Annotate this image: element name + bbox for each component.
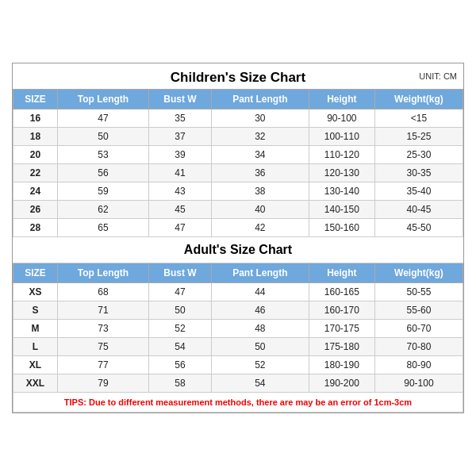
children-table-row: 18503732100-11015-25: [13, 128, 463, 146]
chart-container: Children's Size Chart UNIT: CM SIZETop L…: [12, 63, 464, 413]
adult-table-cell: M: [13, 320, 58, 338]
adult-table-cell: 44: [211, 283, 309, 301]
children-table-cell: 28: [13, 219, 58, 237]
children-table-cell: 150-160: [309, 219, 374, 237]
children-table-cell: 42: [211, 219, 309, 237]
children-table-cell: 35-40: [374, 182, 463, 201]
adult-table-row: L755450175-18070-80: [13, 338, 463, 356]
children-table-cell: 41: [149, 164, 212, 182]
children-table-cell: 32: [211, 128, 309, 146]
children-table-cell: 40-45: [374, 201, 463, 219]
children-table-cell: 25-30: [374, 146, 463, 164]
children-col-header: Weight(kg): [374, 90, 463, 109]
children-body: 1647353090-100<1518503732100-11015-25205…: [13, 109, 463, 237]
adult-table-cell: 46: [211, 301, 309, 320]
adult-table-cell: XL: [13, 356, 58, 374]
children-table: SIZETop LengthBust WPant LengthHeightWei…: [13, 89, 463, 413]
adult-table-cell: 79: [57, 374, 148, 393]
children-table-cell: 110-120: [309, 146, 374, 164]
adult-table-cell: 180-190: [309, 356, 374, 374]
children-table-row: 24594338130-14035-40: [13, 182, 463, 201]
adult-table-cell: 54: [149, 338, 212, 356]
children-table-cell: 59: [57, 182, 148, 201]
adult-table-cell: 52: [149, 320, 212, 338]
children-col-header: Bust W: [149, 90, 212, 109]
adult-table-cell: 80-90: [374, 356, 463, 374]
adult-table-cell: 73: [57, 320, 148, 338]
adult-header-row: SIZETop LengthBust WPant LengthHeightWei…: [13, 263, 463, 283]
adult-table-cell: 160-170: [309, 301, 374, 320]
adult-col-header: Bust W: [149, 263, 212, 283]
adult-table-row: XL775652180-19080-90: [13, 356, 463, 374]
adult-table-cell: XS: [13, 283, 58, 301]
children-table-row: 26624540140-15040-45: [13, 201, 463, 219]
adult-table-cell: 68: [57, 283, 148, 301]
children-table-cell: 26: [13, 201, 58, 219]
children-table-cell: 34: [211, 146, 309, 164]
children-table-cell: 43: [149, 182, 212, 201]
adult-col-header: SIZE: [13, 263, 58, 283]
tips-text: TIPS: Due to different measurement metho…: [13, 393, 463, 413]
adult-table-row: XXL795854190-20090-100: [13, 374, 463, 393]
children-table-cell: 47: [57, 109, 148, 128]
children-table-cell: 16: [13, 109, 58, 128]
children-table-cell: 39: [149, 146, 212, 164]
children-table-cell: 140-150: [309, 201, 374, 219]
adult-table-cell: XXL: [13, 374, 58, 393]
children-table-cell: 30: [211, 109, 309, 128]
main-title: Children's Size Chart UNIT: CM: [13, 63, 463, 89]
adult-table-cell: 50: [149, 301, 212, 320]
children-table-row: 1647353090-100<15: [13, 109, 463, 128]
children-col-header: SIZE: [13, 90, 58, 109]
children-table-cell: 20: [13, 146, 58, 164]
children-table-cell: 56: [57, 164, 148, 182]
adult-table-cell: 58: [149, 374, 212, 393]
adult-body: XS684744160-16550-55S715046160-17055-60M…: [13, 283, 463, 393]
adult-table-row: XS684744160-16550-55: [13, 283, 463, 301]
adult-table-cell: 175-180: [309, 338, 374, 356]
children-table-cell: 36: [211, 164, 309, 182]
children-table-cell: 38: [211, 182, 309, 201]
children-table-cell: 100-110: [309, 128, 374, 146]
adult-table-cell: 75: [57, 338, 148, 356]
adult-table-cell: S: [13, 301, 58, 320]
children-table-cell: 62: [57, 201, 148, 219]
children-table-cell: 50: [57, 128, 148, 146]
children-col-header: Height: [309, 90, 374, 109]
adult-col-header: Height: [309, 263, 374, 283]
adult-table-cell: 56: [149, 356, 212, 374]
adult-table-row: S715046160-17055-60: [13, 301, 463, 320]
children-table-cell: 65: [57, 219, 148, 237]
children-chart-title: Children's Size Chart: [171, 70, 305, 85]
children-table-row: 20533934110-12025-30: [13, 146, 463, 164]
adult-table-cell: 77: [57, 356, 148, 374]
adult-title-row: Adult's Size Chart: [13, 237, 463, 263]
children-header-row: SIZETop LengthBust WPant LengthHeightWei…: [13, 90, 463, 109]
children-table-cell: 40: [211, 201, 309, 219]
children-col-header: Top Length: [57, 90, 148, 109]
adult-table-cell: 90-100: [374, 374, 463, 393]
adult-table-cell: 160-165: [309, 283, 374, 301]
adult-table-cell: L: [13, 338, 58, 356]
children-table-row: 28654742150-16045-50: [13, 219, 463, 237]
adult-table-cell: 47: [149, 283, 212, 301]
tips-row: TIPS: Due to different measurement metho…: [13, 393, 463, 413]
adult-table-cell: 60-70: [374, 320, 463, 338]
children-table-cell: 45-50: [374, 219, 463, 237]
adult-col-header: Pant Length: [211, 263, 309, 283]
children-table-cell: 90-100: [309, 109, 374, 128]
adult-table-cell: 70-80: [374, 338, 463, 356]
unit-label: UNIT: CM: [419, 71, 457, 81]
children-col-header: Pant Length: [211, 90, 309, 109]
children-table-cell: 53: [57, 146, 148, 164]
adult-table-cell: 50-55: [374, 283, 463, 301]
adult-table-cell: 55-60: [374, 301, 463, 320]
children-table-cell: 24: [13, 182, 58, 201]
adult-chart-title: Adult's Size Chart: [13, 237, 463, 263]
adult-table-cell: 52: [211, 356, 309, 374]
children-table-cell: 22: [13, 164, 58, 182]
children-table-cell: 130-140: [309, 182, 374, 201]
children-table-cell: 18: [13, 128, 58, 146]
adult-table-row: M735248170-17560-70: [13, 320, 463, 338]
children-table-cell: 15-25: [374, 128, 463, 146]
